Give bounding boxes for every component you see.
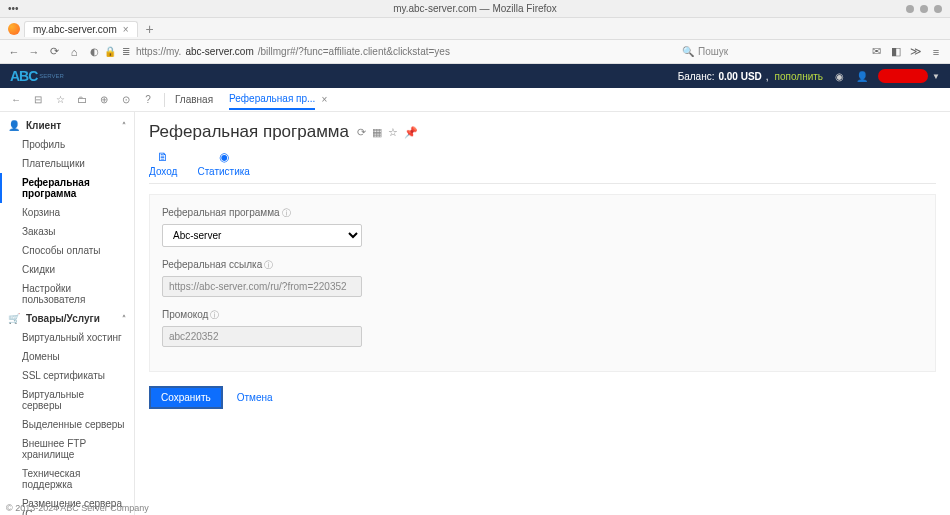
balance-value: 0.00 USD xyxy=(718,71,761,82)
help-icon[interactable]: ⓘ xyxy=(210,310,219,320)
save-button[interactable]: Сохранить xyxy=(149,386,223,409)
field-program: Реферальная программаⓘ Abc-server xyxy=(162,207,923,247)
menu-dots-icon: ••• xyxy=(8,3,19,14)
page-subtabs: 🗎 Доход ◉ Статистика xyxy=(149,150,936,184)
refresh-icon[interactable]: ⟳ xyxy=(357,126,366,139)
reload-icon[interactable]: ⟳ xyxy=(48,46,60,58)
user-group-icon: 👤 xyxy=(8,120,20,131)
url-field[interactable]: ◐ 🔒 ≣ https://my.abc-server.com/billmgr#… xyxy=(88,46,674,58)
os-titlebar: ••• my.abc-server.com — Mozilla Firefox xyxy=(0,0,950,18)
browser-search[interactable]: 🔍 Пошук xyxy=(682,46,862,58)
program-label: Реферальная программаⓘ xyxy=(162,207,923,220)
sidebar-item-support[interactable]: Техническая поддержка xyxy=(0,464,134,494)
support-icon[interactable]: ◉ xyxy=(835,71,844,82)
sidebar-item-payment-methods[interactable]: Способы оплаты xyxy=(0,241,134,260)
logo[interactable]: ABC xyxy=(10,68,37,84)
balance-display: Баланс: 0.00 USD, пополнить xyxy=(678,71,823,82)
promo-label: Промокодⓘ xyxy=(162,309,923,322)
help-icon[interactable]: ⓘ xyxy=(264,260,273,270)
sidebar-item-discounts[interactable]: Скидки xyxy=(0,260,134,279)
window-min-icon[interactable] xyxy=(906,5,914,13)
new-tab-button[interactable]: + xyxy=(142,21,158,37)
help-icon[interactable]: ⓘ xyxy=(282,208,291,218)
help-icon[interactable]: ? xyxy=(142,94,154,106)
link-label: Реферальная ссылкаⓘ xyxy=(162,259,923,272)
search-placeholder: Пошук xyxy=(698,46,728,57)
window-close-icon[interactable] xyxy=(934,5,942,13)
sidebar-item-ftp[interactable]: Внешнее FTP хранилище xyxy=(0,434,134,464)
subtab-stats[interactable]: ◉ Статистика xyxy=(197,150,250,177)
close-tab-x-icon[interactable]: × xyxy=(321,94,327,105)
page-title-row: Реферальная программа ⟳ ▦ ☆ 📌 xyxy=(149,122,936,142)
sidebar-group-products[interactable]: 🛒 Товары/Услуги ˄ xyxy=(0,309,134,328)
sidebar-item-vhosting[interactable]: Виртуальный хостинг xyxy=(0,328,134,347)
stats-icon: ◉ xyxy=(219,150,229,164)
footer-copyright: © 2013-2024 ABC Server Company xyxy=(6,503,149,513)
menu-icon[interactable]: ≡ xyxy=(930,46,942,58)
user-name-redacted[interactable] xyxy=(878,69,928,83)
chevron-down-icon[interactable]: ▼ xyxy=(932,72,940,81)
form-actions: Сохранить Отмена xyxy=(149,386,936,409)
star-icon[interactable]: ☆ xyxy=(54,94,66,106)
cart-group-icon: 🛒 xyxy=(8,313,20,324)
back-icon[interactable]: ← xyxy=(8,46,20,58)
shield-icon: ◐ xyxy=(88,46,100,58)
sidebar-item-user-settings[interactable]: Настройки пользователя xyxy=(0,279,134,309)
browser-tab[interactable]: my.abc-server.com × xyxy=(24,21,138,37)
tab-main[interactable]: Главная xyxy=(175,90,213,109)
sidebar-item-dedicated[interactable]: Выделенные серверы xyxy=(0,415,134,434)
grid-icon[interactable]: ▦ xyxy=(372,126,382,139)
cancel-link[interactable]: Отмена xyxy=(237,392,273,403)
sidebar-item-referral[interactable]: Реферальная программа xyxy=(0,173,134,203)
sidebar-item-ssl[interactable]: SSL сертификаты xyxy=(0,366,134,385)
sidebar-item-payers[interactable]: Плательщики xyxy=(0,154,134,173)
balance-label: Баланс: xyxy=(678,71,715,82)
back-arrow-icon[interactable]: ← xyxy=(10,94,22,106)
window-title: my.abc-server.com — Mozilla Firefox xyxy=(393,3,557,14)
promo-input[interactable] xyxy=(162,326,362,347)
url-path: /billmgr#/?func=affiliate.client&clickst… xyxy=(258,46,450,57)
sidebar-group-client[interactable]: 👤 Клиент ˄ xyxy=(0,116,134,135)
sub-toolbar: ← ⊟ ☆ 🗀 ⊕ ⊙ ? Главная Реферальная пр... … xyxy=(0,88,950,112)
briefcase-icon[interactable]: 🗀 xyxy=(76,94,88,106)
close-tab-icon[interactable]: × xyxy=(123,24,129,35)
star-fav-icon[interactable]: ☆ xyxy=(388,126,398,139)
field-promo: Промокодⓘ xyxy=(162,309,923,347)
user-icon[interactable]: 👤 xyxy=(856,71,868,82)
subtab-income[interactable]: 🗎 Доход xyxy=(149,150,177,177)
sidebar-item-domains[interactable]: Домены xyxy=(0,347,134,366)
window-max-icon[interactable] xyxy=(920,5,928,13)
topup-link[interactable]: пополнить xyxy=(775,71,823,82)
chevron-up-icon: ˄ xyxy=(122,314,126,323)
sidebar: 👤 Клиент ˄ Профиль Плательщики Реферальн… xyxy=(0,112,135,515)
sidebar-item-profile[interactable]: Профиль xyxy=(0,135,134,154)
overflow-icon[interactable]: ≫ xyxy=(910,46,922,58)
browser-urlbar: ← → ⟳ ⌂ ◐ 🔒 ≣ https://my.abc-server.com/… xyxy=(0,40,950,64)
main-content: Реферальная программа ⟳ ▦ ☆ 📌 🗎 Доход ◉ … xyxy=(135,112,950,515)
tab-referral[interactable]: Реферальная пр... xyxy=(229,89,315,110)
program-select[interactable]: Abc-server xyxy=(162,224,362,247)
forward-icon[interactable]: → xyxy=(28,46,40,58)
search-icon: 🔍 xyxy=(682,46,694,58)
permission-icon: ≣ xyxy=(120,46,132,58)
pin-icon[interactable]: 📌 xyxy=(404,126,418,139)
logo-subtitle: SERVER xyxy=(39,73,64,79)
page-title: Реферальная программа xyxy=(149,122,349,142)
plus-icon[interactable]: ⊕ xyxy=(98,94,110,106)
tree-icon[interactable]: ⊟ xyxy=(32,94,44,106)
link-input[interactable] xyxy=(162,276,362,297)
field-link: Реферальная ссылкаⓘ xyxy=(162,259,923,297)
home-icon[interactable]: ⌂ xyxy=(68,46,80,58)
income-icon: 🗎 xyxy=(157,150,169,164)
chevron-up-icon: ˄ xyxy=(122,121,126,130)
search-sm-icon[interactable]: ⊙ xyxy=(120,94,132,106)
divider xyxy=(164,93,165,107)
sidebar-item-cart[interactable]: Корзина xyxy=(0,203,134,222)
sidebar-item-vps[interactable]: Виртуальные серверы xyxy=(0,385,134,415)
form-panel: Реферальная программаⓘ Abc-server Рефера… xyxy=(149,194,936,372)
mail-icon[interactable]: ✉ xyxy=(870,46,882,58)
app-header: ABC SERVER Баланс: 0.00 USD, пополнить ◉… xyxy=(0,64,950,88)
lock-icon: 🔒 xyxy=(104,46,116,58)
extension-icon[interactable]: ◧ xyxy=(890,46,902,58)
sidebar-item-orders[interactable]: Заказы xyxy=(0,222,134,241)
